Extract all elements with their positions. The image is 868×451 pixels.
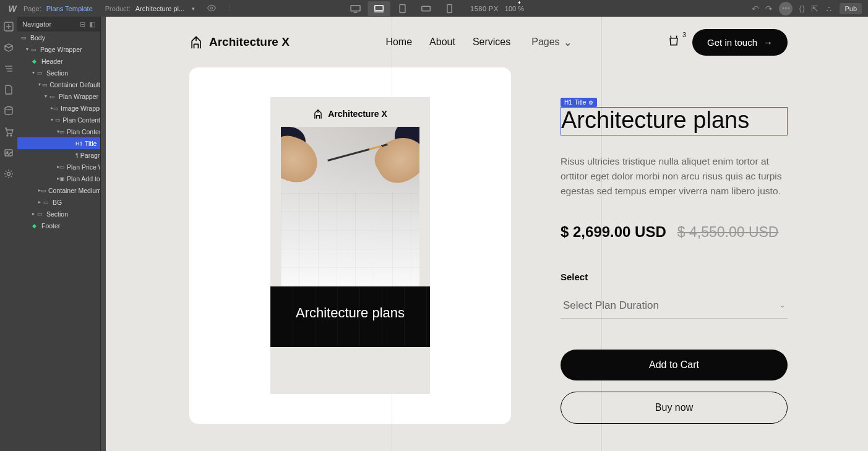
- plan-details: H1 Title ⚙ Architecture plans Risus ultr…: [561, 67, 788, 424]
- tree-node-container-default[interactable]: ▾▭Container Default: [17, 79, 100, 90]
- collapse-icon[interactable]: ⊟: [80, 20, 85, 28]
- svg-rect-7: [447, 4, 451, 12]
- plan-title-heading[interactable]: Architecture plans: [561, 107, 788, 135]
- header-right: 3 Get in touch →: [668, 29, 788, 56]
- tree-node-image-wrapper[interactable]: ▸▭Image Wrapper: [17, 102, 100, 114]
- add-elements-icon[interactable]: [2, 20, 15, 33]
- button-row: Add to Cart Buy now: [561, 350, 788, 424]
- preview-icon[interactable]: [207, 4, 216, 14]
- settings-icon[interactable]: [2, 168, 15, 180]
- svg-point-15: [7, 135, 8, 136]
- plan-section: Architecture X Architecture plans: [106, 67, 868, 424]
- chevron-down-icon: ⌄: [780, 301, 785, 309]
- tree-node-plan-price-w[interactable]: ▸▭Plan Price W: [17, 161, 100, 173]
- navigator-panel: Navigator ⊟ ◧ ▭Body ▾▭Page Wrapper ◆Head…: [17, 17, 101, 451]
- plan-price: $ 2,699.00 USD: [561, 223, 666, 241]
- tree-node-body[interactable]: ▭Body: [17, 32, 100, 43]
- plan-card-title: Architecture plans: [270, 286, 430, 347]
- device-mobile-landscape-button[interactable]: [415, 1, 437, 16]
- device-desktop-large-button[interactable]: [344, 1, 366, 16]
- plan-image-wrapper: Architecture X Architecture plans: [189, 67, 511, 424]
- rocket-icon[interactable]: ⛬: [825, 4, 833, 14]
- code-icon[interactable]: ⟨⟩: [799, 4, 805, 14]
- select-placeholder: Select Plan Duration: [563, 299, 659, 312]
- assets-icon[interactable]: [2, 147, 15, 159]
- top-bar: W Page: Plans Template Product: Architec…: [0, 0, 868, 17]
- plan-compare-price: $ 4,550.00 USD: [677, 224, 779, 241]
- add-to-cart-button[interactable]: Add to Cart: [561, 350, 788, 380]
- plan-card-brand: Architecture X: [328, 109, 387, 119]
- zoom-level[interactable]: 100 %: [505, 5, 524, 12]
- site-header: Architecture X Home About Services Pages…: [106, 17, 868, 67]
- tree-node-plan-content[interactable]: ▾▭Plan Content: [17, 114, 100, 126]
- navigator-tree[interactable]: ▭Body ▾▭Page Wrapper ◆Header ▾▭Section ▾…: [17, 32, 100, 451]
- tree-node-container-medium[interactable]: ▸▭Container Medium 90: [17, 184, 100, 196]
- plan-card-header: Architecture X: [313, 97, 387, 127]
- svg-rect-6: [421, 6, 430, 11]
- redo-icon[interactable]: ↷: [765, 4, 773, 14]
- navigator-title: Navigator: [22, 20, 51, 28]
- tree-node-bg[interactable]: ▸▭BG: [17, 196, 100, 208]
- brand[interactable]: Architecture X: [189, 35, 290, 49]
- h1-tag-icon: H1: [564, 99, 572, 106]
- pages-icon[interactable]: [2, 84, 15, 96]
- page-name[interactable]: Plans Template: [46, 5, 93, 12]
- viewport-dimensions[interactable]: 1580 PX: [470, 5, 499, 12]
- navigator-icon[interactable]: [2, 62, 15, 75]
- undo-icon[interactable]: ↶: [752, 4, 759, 14]
- left-rail: [0, 17, 17, 451]
- plan-duration-select[interactable]: Select Plan Duration ⌄: [561, 293, 788, 319]
- device-mobile-button[interactable]: [438, 1, 460, 16]
- get-in-touch-button[interactable]: Get in touch →: [692, 29, 788, 56]
- webflow-logo-icon[interactable]: W: [6, 2, 19, 15]
- tree-node-footer[interactable]: ◆Footer: [17, 220, 100, 231]
- price-row: $ 2,699.00 USD $ 4,550.00 USD: [561, 223, 788, 241]
- vertical-dots-icon[interactable]: ⋮: [226, 4, 233, 12]
- tree-node-paragraph[interactable]: ¶Paragraph: [17, 149, 100, 161]
- ecommerce-icon[interactable]: [2, 126, 15, 138]
- chevron-down-icon: ⌄: [564, 37, 572, 48]
- svg-point-16: [11, 135, 12, 136]
- nav-home[interactable]: Home: [385, 37, 412, 48]
- frame-edge: [601, 17, 602, 451]
- device-tablet-button[interactable]: [391, 1, 413, 16]
- designer-canvas[interactable]: Architecture X Home About Services Pages…: [106, 17, 868, 451]
- canvas-gutter[interactable]: [101, 17, 106, 451]
- selection-tag[interactable]: H1 Title ⚙: [561, 98, 597, 107]
- cart-icon[interactable]: 3: [668, 35, 680, 50]
- arrow-right-icon: →: [763, 37, 773, 48]
- svg-rect-1: [351, 5, 360, 11]
- components-icon[interactable]: [2, 41, 15, 54]
- device-switcher: ✦ 1580 PX 100 %: [344, 1, 524, 16]
- brand-logo-icon: [313, 108, 323, 119]
- tree-node-title[interactable]: H1Title: [17, 137, 100, 149]
- main-layout: Navigator ⊟ ◧ ▭Body ▾▭Page Wrapper ◆Head…: [0, 17, 868, 451]
- plan-image: [281, 127, 419, 286]
- publish-button[interactable]: Pub: [840, 3, 862, 14]
- pin-icon[interactable]: ◧: [89, 20, 95, 28]
- chevron-down-icon[interactable]: ▾: [192, 6, 195, 12]
- tree-node-plan-wrapper[interactable]: ▾▭Plan Wrapper: [17, 90, 100, 102]
- tree-node-section[interactable]: ▾▭Section: [17, 67, 100, 79]
- tree-node-section2[interactable]: ▸▭Section: [17, 208, 100, 220]
- topbar-left: W Page: Plans Template Product: Architec…: [6, 2, 233, 15]
- tree-node-header[interactable]: ◆Header: [17, 55, 100, 67]
- tree-node-plan-add-to-ca[interactable]: ▸▣Plan Add to Ca: [17, 173, 100, 184]
- gear-icon[interactable]: ⚙: [588, 100, 593, 106]
- export-icon[interactable]: ⇱: [811, 4, 819, 14]
- product-name[interactable]: Architecture pl...: [135, 5, 184, 12]
- device-desktop-button[interactable]: ✦: [367, 1, 390, 16]
- tree-node-page-wrapper[interactable]: ▾▭Page Wrapper: [17, 43, 100, 55]
- tree-node-plan-content-t[interactable]: ▾▭Plan Content T: [17, 126, 100, 137]
- svg-point-19: [7, 173, 11, 176]
- nav-pages[interactable]: Pages ⌄: [531, 37, 571, 48]
- nav-about[interactable]: About: [429, 37, 455, 48]
- audit-icon[interactable]: •••: [779, 2, 793, 15]
- svg-rect-5: [400, 4, 405, 12]
- svg-rect-3: [374, 5, 383, 10]
- buy-now-button[interactable]: Buy now: [561, 392, 788, 424]
- select-label: Select: [561, 272, 788, 282]
- nav-services[interactable]: Services: [473, 37, 510, 48]
- cms-icon[interactable]: [2, 105, 15, 117]
- cart-badge: 3: [682, 31, 686, 38]
